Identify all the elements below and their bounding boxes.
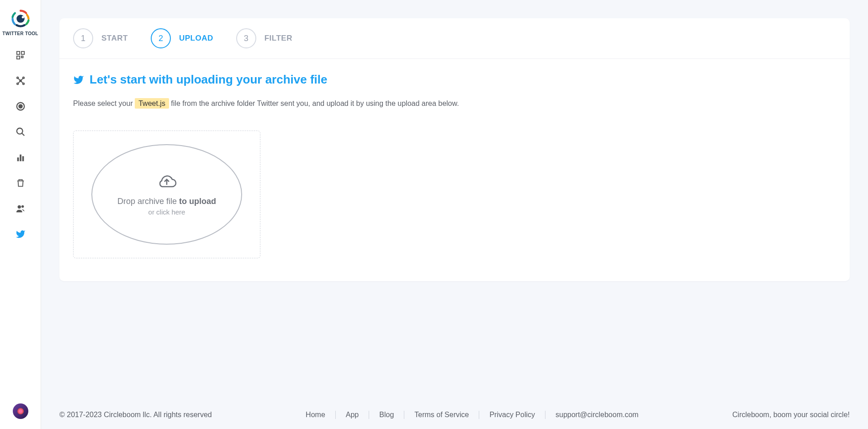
step-number: 1 (73, 28, 93, 48)
main-content: 1 START 2 UPLOAD 3 FILTER Let's start wi… (41, 0, 868, 429)
svg-rect-19 (17, 157, 19, 161)
stepper: 1 START 2 UPLOAD 3 FILTER (59, 18, 850, 59)
footer-link-home[interactable]: Home (296, 411, 336, 419)
page-footer: © 2017-2023 Circleboom llc. All rights r… (41, 401, 868, 429)
step-filter[interactable]: 3 FILTER (236, 28, 292, 48)
svg-rect-20 (20, 155, 21, 162)
copyright-text: © 2017-2023 Circleboom llc. All rights r… (59, 411, 212, 419)
svg-point-22 (17, 205, 21, 209)
svg-point-1 (21, 16, 24, 18)
step-number: 3 (236, 28, 256, 48)
heading-text: Let's start with uploading your archive … (90, 73, 328, 87)
cloud-upload-icon (156, 173, 178, 190)
dropzone-secondary-text: or click here (148, 208, 185, 216)
dropzone-container: Drop archive file to upload or click her… (73, 131, 260, 258)
brand-logo-icon (11, 9, 30, 28)
svg-rect-21 (22, 156, 24, 161)
step-start[interactable]: 1 START (73, 28, 128, 48)
svg-rect-3 (21, 52, 24, 54)
file-dropzone[interactable]: Drop archive file to upload or click her… (91, 144, 242, 245)
svg-line-14 (21, 81, 23, 84)
sidebar-nav (0, 50, 41, 240)
nav-twitter-icon[interactable] (15, 229, 26, 240)
nav-trash-icon[interactable] (15, 178, 26, 188)
filename-highlight: Tweet.js (135, 98, 169, 109)
brand-name: TWITTER TOOL (2, 31, 38, 36)
step-upload[interactable]: 2 UPLOAD (151, 28, 213, 48)
nav-dashboard-icon[interactable] (15, 50, 26, 61)
logo[interactable]: TWITTER TOOL (2, 9, 38, 36)
nav-network-icon[interactable] (15, 75, 26, 86)
svg-line-11 (17, 78, 20, 81)
sidebar: TWITTER TOOL (0, 0, 41, 429)
step-label: FILTER (265, 34, 292, 43)
footer-links: Home App Blog Terms of Service Privacy P… (296, 411, 649, 419)
footer-link-privacy[interactable]: Privacy Policy (479, 411, 545, 419)
svg-point-17 (16, 128, 22, 134)
footer-tagline: Circleboom, boom your social circle! (732, 411, 850, 419)
nav-search-icon[interactable] (15, 126, 26, 137)
svg-rect-5 (21, 56, 23, 58)
footer-link-app[interactable]: App (336, 411, 369, 419)
svg-point-16 (19, 105, 22, 108)
twitter-bird-icon (73, 74, 84, 85)
user-avatar[interactable] (13, 403, 28, 419)
svg-point-0 (16, 15, 25, 23)
upload-card: 1 START 2 UPLOAD 3 FILTER Let's start wi… (59, 18, 850, 281)
footer-link-tos[interactable]: Terms of Service (404, 411, 479, 419)
svg-line-13 (17, 81, 20, 84)
card-body: Let's start with uploading your archive … (59, 59, 850, 281)
svg-point-23 (21, 205, 24, 208)
step-label: UPLOAD (179, 34, 213, 43)
nav-people-icon[interactable] (15, 203, 26, 214)
svg-line-12 (21, 78, 23, 81)
svg-rect-4 (16, 56, 19, 59)
svg-line-18 (21, 133, 24, 136)
footer-link-blog[interactable]: Blog (369, 411, 404, 419)
footer-link-support[interactable]: support@circleboom.com (545, 411, 649, 419)
page-heading: Let's start with uploading your archive … (73, 73, 836, 87)
nav-target-icon[interactable] (15, 101, 26, 112)
dropzone-primary-text: Drop archive file to upload (117, 197, 216, 206)
nav-analytics-icon[interactable] (15, 152, 26, 163)
step-number: 2 (151, 28, 171, 48)
instruction-text: Please select your Tweet.js file from th… (73, 99, 836, 108)
step-label: START (101, 34, 128, 43)
svg-rect-2 (16, 52, 19, 54)
